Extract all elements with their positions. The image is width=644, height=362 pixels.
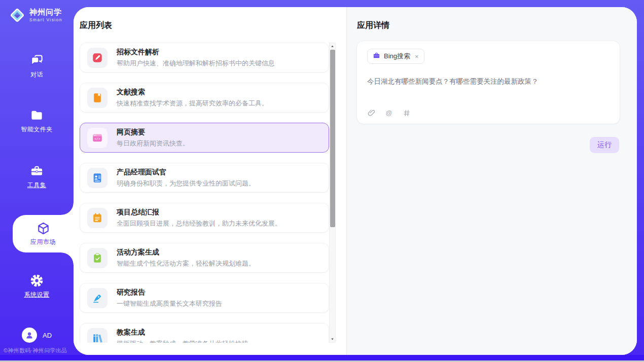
app-card-research-report[interactable]: 研究报告一键智能生成高质量长文本研究报告 [80, 283, 329, 313]
app-card-title: 活动方案生成 [117, 248, 255, 257]
svg-text:@: @ [386, 109, 392, 117]
clipboard-check-icon [87, 248, 108, 268]
app-detail-title: 应用详情 [357, 20, 637, 31]
books-icon [87, 328, 108, 343]
app-card-desc: 模板驱动，教案秒成，教学准备从此轻松快捷 [117, 339, 248, 343]
list-scrollbar[interactable] [329, 43, 336, 343]
app-list-panel: 应用列表 招标文件解析帮助用户快速、准确地理解和解析招标书中的关键信息文献搜索快… [74, 7, 346, 355]
app-card-desc: 帮助用户快速、准确地理解和解析招标书中的关键信息 [117, 59, 275, 68]
gem-logo-icon [9, 7, 25, 23]
scroll-down-icon[interactable] [330, 336, 335, 342]
query-text[interactable]: 今日湖北有哪些新闻要点？有哪些需要关注的最新政策？ [367, 77, 610, 87]
app-card-project-summary[interactable]: 项目总结汇报全面回顾项目进展，总结经验教训，助力未来优化发展。 [80, 203, 329, 233]
app-card-bid-doc-analysis[interactable]: 招标文件解析帮助用户快速、准确地理解和解析招标书中的关键信息 [80, 43, 329, 73]
sidebar-item-smart-folder[interactable]: 智能文件夹 [0, 108, 74, 134]
chat-icon [30, 54, 44, 67]
app-card-desc: 全面回顾项目进展，总结经验教训，助力未来优化发展。 [117, 219, 281, 228]
app-card-web-summary[interactable]: </>网页摘要每日政府新闻资讯快查。 [80, 123, 329, 153]
scrollbar-thumb[interactable] [330, 50, 335, 227]
user-account[interactable]: AD [0, 328, 74, 343]
sidebar-item-label: 工具集 [27, 181, 47, 190]
browser-code-icon: </> [87, 128, 108, 148]
at-icon[interactable]: @ [384, 108, 393, 118]
sidebar-item-system-settings[interactable]: 系统设置 [0, 274, 74, 299]
app-card-pm-interviewer[interactable]: 产品经理面试官明确身份和职责，为您提供专业性的面试问题。 [80, 163, 329, 193]
gear-icon [30, 274, 44, 287]
run-button[interactable]: 运行 [590, 137, 619, 153]
app-list-title: 应用列表 [80, 20, 346, 31]
sidebar-item-label: 应用市场 [30, 238, 56, 246]
user-initials: AD [43, 332, 52, 339]
tool-chip-bing-search[interactable]: Bing搜索 × [367, 49, 424, 64]
svg-text:</>: </> [94, 137, 100, 141]
tool-chip-label: Bing搜索 [384, 52, 410, 61]
sidebar-item-label: 对话 [30, 70, 43, 79]
sidebar-item-label: 智能文件夹 [21, 125, 53, 134]
logo-subtitle: Smart Vision [29, 17, 62, 22]
app-card-desc: 快速精准查找学术资源，提高研究效率的必备工具。 [117, 99, 268, 108]
app-card-list: 招标文件解析帮助用户快速、准确地理解和解析招标书中的关键信息文献搜索快速精准查找… [80, 43, 329, 343]
app-card-desc: 每日政府新闻资讯快查。 [117, 139, 189, 148]
scroll-up-icon[interactable] [330, 44, 335, 49]
app-card-desc: 智能生成个性化活动方案，轻松解决规划难题。 [117, 259, 255, 268]
chip-close-icon[interactable]: × [415, 53, 419, 60]
app-card-desc: 明确身份和职责，为您提供专业性的面试问题。 [117, 179, 255, 188]
app-card-title: 项目总结汇报 [117, 208, 281, 217]
sidebar: 神州问学 Smart Vision 对话智能文件夹工具集应用市场系统设置 AD … [0, 0, 74, 355]
app-card-title: 网页摘要 [117, 128, 189, 137]
sidebar-item-toolset[interactable]: 工具集 [0, 164, 74, 190]
toolbox-icon [30, 164, 44, 178]
cube-icon [37, 222, 50, 235]
ink-pen-icon [87, 288, 108, 308]
app-card-lesson-plan[interactable]: 教案生成模板驱动，教案秒成，教学准备从此轻松快捷 [80, 323, 329, 343]
app-card-desc: 一键智能生成高质量长文本研究报告 [117, 299, 222, 308]
folder-icon [30, 108, 44, 122]
app-card-title: 文献搜索 [117, 88, 268, 97]
person-doc-icon [87, 168, 108, 188]
app-card-literature-search[interactable]: 文献搜索快速精准查找学术资源，提高研究效率的必备工具。 [80, 83, 329, 113]
avatar [22, 328, 37, 343]
main-content: 应用列表 招标文件解析帮助用户快速、准确地理解和解析招标书中的关键信息文献搜索快… [74, 7, 637, 355]
app-card-title: 产品经理面试官 [117, 168, 255, 177]
prompt-card: Bing搜索 × 今日湖北有哪些新闻要点？有哪些需要关注的最新政策？ @ [356, 41, 620, 124]
copyright-text: ©神州数码·神州问学出品 [4, 347, 74, 354]
sidebar-item-chat[interactable]: 对话 [0, 54, 74, 79]
attachment-toolbar: @ [367, 108, 411, 118]
app-card-title: 教案生成 [117, 328, 248, 337]
bottom-strip [0, 355, 644, 360]
pen-square-icon [87, 48, 108, 68]
logo-title: 神州问学 [29, 8, 62, 17]
app-card-title: 招标文件解析 [117, 48, 275, 57]
app-card-event-plan[interactable]: 活动方案生成智能生成个性化活动方案，轻松解决规划难题。 [80, 243, 329, 273]
calendar-note-icon [87, 208, 108, 228]
book-icon [87, 88, 108, 108]
app-card-title: 研究报告 [117, 288, 222, 297]
sidebar-item-label: 系统设置 [24, 291, 50, 299]
briefcase-icon [373, 52, 380, 61]
app-detail-panel: 应用详情 Bing搜索 × 今日湖北有哪些新闻要点？有哪些需要关注的最新政策？ … [346, 7, 637, 355]
app-logo: 神州问学 Smart Vision [9, 7, 62, 23]
paperclip-icon[interactable] [367, 108, 376, 118]
sidebar-item-app-market[interactable]: 应用市场 [13, 215, 74, 252]
hash-icon[interactable] [402, 108, 411, 118]
